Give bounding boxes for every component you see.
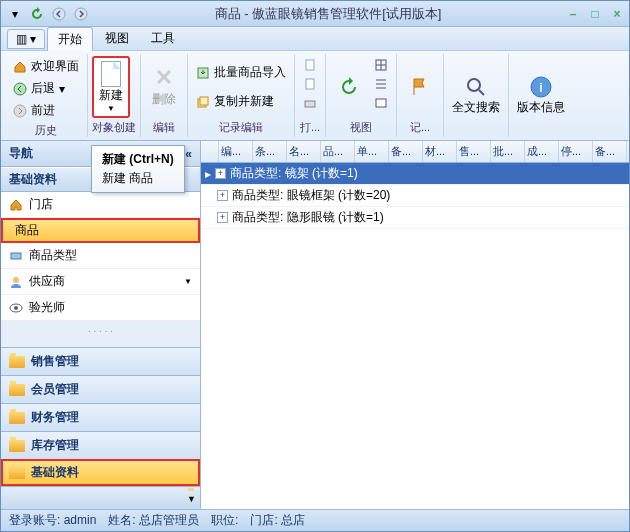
group-row-label: 商品类型: 镜架 (计数=1)	[230, 165, 358, 182]
col-header-7[interactable]: 材...	[423, 141, 457, 162]
col-header-3[interactable]: 名...	[287, 141, 321, 162]
col-header-0[interactable]	[201, 141, 219, 162]
col-header-11[interactable]: 停...	[559, 141, 593, 162]
col-header-4[interactable]: 品...	[321, 141, 355, 162]
nav-section-0[interactable]: 销售管理	[1, 347, 200, 375]
nav-item-2[interactable]: 商品类型	[1, 243, 200, 269]
view-refresh-button[interactable]	[330, 56, 368, 118]
ribbon-group-print: 打...	[295, 54, 326, 137]
group-row-0[interactable]: ▸+商品类型: 镜架 (计数=1)	[201, 163, 629, 185]
new-doc-icon	[101, 61, 121, 87]
nav-item-3[interactable]: 供应商▼	[1, 269, 200, 295]
welcome-button[interactable]: 欢迎界面	[9, 56, 83, 77]
print-btn2[interactable]	[299, 75, 321, 93]
col-header-10[interactable]: 成...	[525, 141, 559, 162]
grid-header: 编...条...名...品...单...备...材...售...批...成...…	[201, 141, 629, 163]
folder-icon	[9, 384, 25, 396]
back-icon[interactable]	[49, 4, 69, 24]
nav-section-label: 库存管理	[31, 437, 79, 454]
col-header-1[interactable]: 编...	[219, 141, 253, 162]
nav-section-1[interactable]: 会员管理	[1, 375, 200, 403]
nav-resize-grip[interactable]: . . . . .	[1, 321, 200, 336]
delete-button[interactable]: 删除	[145, 56, 183, 118]
col-header-2[interactable]: 条...	[253, 141, 287, 162]
forward-button[interactable]: 前进	[9, 100, 83, 121]
ribbon-group-record: 批量商品导入 复制并新建 记录编辑	[188, 54, 295, 137]
refresh-icon[interactable]	[27, 4, 47, 24]
svg-point-16	[13, 277, 19, 283]
nav-item-label: 门店	[29, 196, 53, 213]
import-icon	[196, 66, 210, 80]
mark-button[interactable]	[401, 56, 439, 118]
print-btn3[interactable]	[299, 94, 321, 112]
col-header-9[interactable]: 批...	[491, 141, 525, 162]
folder-icon	[9, 440, 25, 452]
ribbon-group-label: 视图	[330, 118, 392, 135]
ribbon-group-label: 编辑	[145, 118, 183, 135]
flag-icon	[410, 77, 430, 97]
doc-icon	[303, 77, 317, 91]
chevron-down-icon[interactable]: ▼	[187, 494, 196, 504]
svg-rect-11	[376, 99, 386, 107]
printer-icon	[303, 96, 317, 110]
expand-icon[interactable]: +	[215, 168, 226, 179]
nav-item-label: 验光师	[29, 299, 65, 316]
info-icon: i	[529, 75, 553, 99]
row-pointer-icon: ▸	[205, 167, 211, 181]
view-btn2[interactable]	[370, 75, 392, 93]
nav-section-2[interactable]: 财务管理	[1, 403, 200, 431]
expand-icon[interactable]: +	[217, 190, 228, 201]
list-icon	[374, 77, 388, 91]
nav-item-4[interactable]: 验光师	[1, 295, 200, 321]
nav-section-4[interactable]: 基础资料	[1, 459, 200, 486]
folder-icon	[9, 467, 25, 479]
qat-dropdown[interactable]: ▾	[5, 4, 25, 24]
group-row-1[interactable]: +商品类型: 眼镜框架 (计数=20)	[201, 185, 629, 207]
view-btn1[interactable]	[370, 56, 392, 74]
expand-icon[interactable]: +	[217, 212, 228, 223]
window-controls: – □ ×	[565, 6, 625, 22]
back-button[interactable]: 后退 ▾	[9, 78, 83, 99]
search-button[interactable]: 全文搜索	[448, 56, 504, 135]
nav-items-list: 门店商品商品类型供应商▼验光师	[1, 192, 200, 321]
refresh-icon	[337, 75, 361, 99]
version-button[interactable]: i版本信息	[513, 56, 569, 135]
col-header-6[interactable]: 备...	[389, 141, 423, 162]
nav-item-0[interactable]: 门店	[1, 192, 200, 218]
quick-access-toolbar: ▾	[5, 4, 91, 24]
ribbon-group-label: 对象创建	[92, 118, 136, 135]
nav-section-3[interactable]: 库存管理	[1, 431, 200, 459]
view-btn3[interactable]	[370, 94, 392, 112]
forward-icon[interactable]	[71, 4, 91, 24]
tab-tools[interactable]: 工具	[141, 27, 185, 50]
copy-new-button[interactable]: 复制并新建	[192, 91, 290, 112]
new-button[interactable]: 新建 ▼	[92, 56, 130, 118]
svg-rect-15	[11, 253, 21, 259]
user-icon	[9, 275, 23, 289]
group-row-label: 商品类型: 眼镜框架 (计数=20)	[232, 187, 390, 204]
maximize-button[interactable]: □	[587, 6, 603, 22]
col-header-5[interactable]: 单...	[355, 141, 389, 162]
group-row-2[interactable]: +商品类型: 隐形眼镜 (计数=1)	[201, 207, 629, 229]
svg-rect-6	[200, 97, 208, 105]
print-btn1[interactable]	[299, 56, 321, 74]
col-header-8[interactable]: 售...	[457, 141, 491, 162]
tab-view[interactable]: 视图	[95, 27, 139, 50]
tab-start[interactable]: 开始	[47, 27, 93, 51]
app-menu-button[interactable]: ▥▾	[7, 29, 45, 49]
svg-point-2	[14, 83, 26, 95]
content-area: 编...条...名...品...单...备...材...售...批...成...…	[201, 141, 629, 509]
grid-icon	[374, 58, 388, 72]
chevron-left-icon[interactable]: «	[185, 147, 192, 161]
minimize-button[interactable]: –	[565, 6, 581, 22]
main-area: 导航« 基础资料 门店商品商品类型供应商▼验光师 . . . . . 销售管理会…	[1, 141, 629, 509]
col-header-12[interactable]: 备...	[593, 141, 627, 162]
close-button[interactable]: ×	[609, 6, 625, 22]
folder-icon	[9, 412, 25, 424]
nav-sections: 销售管理会员管理财务管理库存管理基础资料	[1, 347, 200, 486]
copy-icon	[196, 95, 210, 109]
nav-item-1[interactable]: 商品	[1, 218, 200, 243]
batch-import-button[interactable]: 批量商品导入	[192, 62, 290, 83]
search-icon	[464, 75, 488, 99]
svg-point-0	[53, 8, 65, 20]
